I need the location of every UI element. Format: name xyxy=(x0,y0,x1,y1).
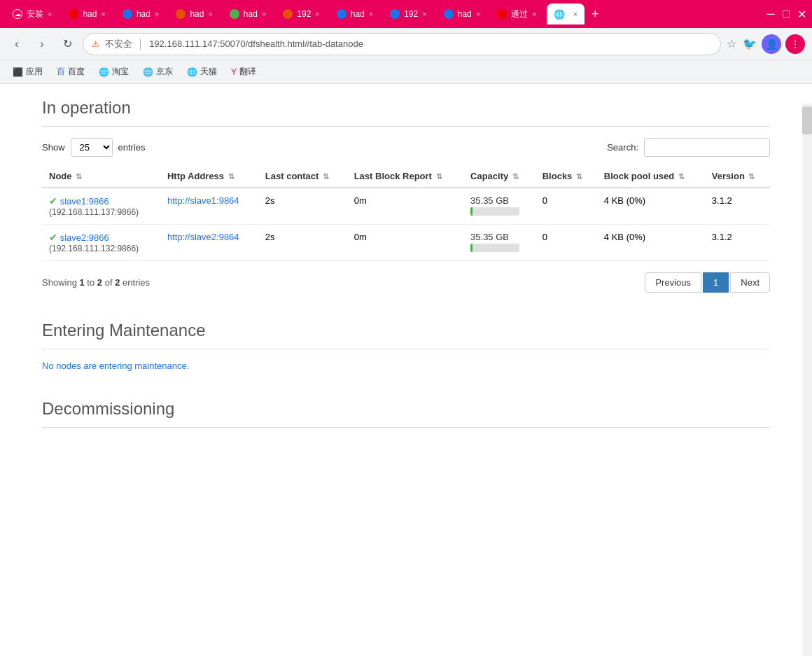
col-block-pool-sort-icon: ⇅ xyxy=(678,172,685,181)
back-button[interactable]: ‹ xyxy=(7,34,27,54)
pagination: Showing 1 to 2 of 2 entries Previous 1 N… xyxy=(42,272,770,293)
tab-5-close[interactable]: × xyxy=(262,10,266,18)
url-bar[interactable]: ⚠ 不安全 │ 192.168.111.147:50070/dfshealth.… xyxy=(83,33,721,55)
tab-10[interactable]: 通过 × xyxy=(490,4,543,25)
bookmark-star-icon[interactable]: ☆ xyxy=(727,37,736,50)
profile-icon[interactable]: 👤 xyxy=(762,34,781,54)
entries-label: entries xyxy=(118,142,146,153)
forward-button[interactable]: › xyxy=(32,34,52,54)
tab-3[interactable]: had × xyxy=(115,4,166,25)
close-button[interactable]: ✕ xyxy=(797,9,806,19)
tab-8-close[interactable]: × xyxy=(422,10,426,18)
bookmark-taobao-label: 淘宝 xyxy=(112,66,129,78)
next-button[interactable]: Next xyxy=(730,272,770,293)
tab-2-close[interactable]: × xyxy=(101,10,105,18)
tab-7[interactable]: had × xyxy=(330,4,380,25)
tab-active[interactable]: 🌐 × xyxy=(547,4,584,25)
bookmark-taobao[interactable]: 🌐 淘宝 xyxy=(93,63,134,81)
col-last-block[interactable]: Last Block Report ⇅ xyxy=(347,165,463,188)
tab-5[interactable]: had × xyxy=(223,4,273,25)
tab-8[interactable]: 192 × xyxy=(383,4,433,25)
bookmark-tmall-icon: 🌐 xyxy=(187,67,197,77)
tab-6-close[interactable]: × xyxy=(315,10,319,18)
capacity-bar-fill-1 xyxy=(472,207,473,216)
bookmark-translate[interactable]: Y 翻译 xyxy=(225,63,262,81)
search-label: Search: xyxy=(607,142,638,153)
tab-3-close[interactable]: × xyxy=(155,10,159,18)
decommissioning-section: Decommissioning xyxy=(42,399,770,428)
bookmark-baidu-icon: 百 xyxy=(57,66,65,78)
maintenance-heading: Entering Maintenance xyxy=(42,321,770,349)
tab-8-label: 192 xyxy=(404,9,418,19)
tab-7-close[interactable]: × xyxy=(369,10,373,18)
scrollbar[interactable] xyxy=(802,104,812,574)
tab-6-icon xyxy=(283,9,293,19)
bookmark-apps-icon: ⬛ xyxy=(13,67,23,77)
tab-7-icon xyxy=(337,9,346,19)
maximize-button[interactable]: □ xyxy=(781,9,791,19)
tab-2[interactable]: had × xyxy=(62,4,112,25)
col-capacity[interactable]: Capacity ⇅ xyxy=(463,165,536,188)
window-controls: ─ □ ✕ xyxy=(766,9,806,19)
tab-10-label: 通过 xyxy=(511,8,528,20)
cell-version-2: 3.1.2 xyxy=(705,225,770,261)
node-link-1[interactable]: slave1:9866 xyxy=(60,196,109,207)
cell-http-2: http://slave2:9864 xyxy=(160,225,258,261)
cell-contact-1: 2s xyxy=(258,188,347,225)
bookmark-tmall[interactable]: 🌐 天猫 xyxy=(181,63,223,81)
cell-node-1: ✔ slave1:9866 (192.168.111.137:9866) xyxy=(42,188,160,225)
capacity-bar-bg-2 xyxy=(470,244,519,252)
col-node[interactable]: Node ⇅ xyxy=(42,165,160,188)
bookmark-apps[interactable]: ⬛ 应用 xyxy=(7,63,48,81)
page-1-button[interactable]: 1 xyxy=(703,272,729,293)
tab-9[interactable]: had × xyxy=(437,4,487,25)
col-blocks-sort-icon: ⇅ xyxy=(576,172,582,181)
tab-10-icon xyxy=(497,9,507,19)
tab-6[interactable]: 192 × xyxy=(276,4,326,25)
table-row: ✔ slave2:9866 (192.168.111.132:9866) htt… xyxy=(42,225,770,261)
col-version-label: Version xyxy=(712,171,745,181)
new-tab-button[interactable]: + xyxy=(587,7,603,22)
cell-version-1: 3.1.2 xyxy=(705,188,770,225)
extension-bird-icon[interactable]: 🐦 xyxy=(742,36,757,52)
scrollbar-thumb[interactable] xyxy=(802,106,812,134)
reload-button[interactable]: ↻ xyxy=(57,34,77,54)
capacity-wrap-2: 35.35 GB xyxy=(470,232,528,252)
maintenance-message: No nodes are entering maintenance. xyxy=(42,361,770,371)
pagination-buttons: Previous 1 Next xyxy=(645,272,770,293)
tab-4-close[interactable]: × xyxy=(208,10,212,18)
showing-from: 1 xyxy=(79,277,84,288)
bookmark-translate-label: 翻译 xyxy=(239,66,256,78)
menu-icon[interactable]: ⋮ xyxy=(785,34,805,54)
tab-4[interactable]: had × xyxy=(169,4,219,25)
http-link-1[interactable]: http://slave1:9864 xyxy=(167,195,239,206)
tab-1-close[interactable]: × xyxy=(48,10,52,18)
show-label: Show xyxy=(42,142,65,153)
col-blocks[interactable]: Blocks ⇅ xyxy=(536,165,597,188)
version-value-1: 3.1.2 xyxy=(712,195,732,206)
tab-9-close[interactable]: × xyxy=(476,10,480,18)
tab-active-close[interactable]: × xyxy=(573,10,578,18)
col-http[interactable]: Http Address ⇅ xyxy=(160,165,258,188)
col-last-contact[interactable]: Last contact ⇅ xyxy=(258,165,347,188)
entries-select[interactable]: 25 10 50 100 xyxy=(71,138,113,157)
col-version[interactable]: Version ⇅ xyxy=(705,165,770,188)
url-address: 192.168.111.147:50070/dfshealth.html#tab… xyxy=(149,39,363,49)
decommissioning-heading: Decommissioning xyxy=(42,399,770,428)
http-link-2[interactable]: http://slave2:9864 xyxy=(167,232,239,242)
tab-10-close[interactable]: × xyxy=(532,10,536,18)
tab-1[interactable]: ☁ 安装 × xyxy=(6,4,59,25)
bookmark-baidu[interactable]: 百 百度 xyxy=(51,63,90,81)
cell-blocks-1: 0 xyxy=(536,188,597,225)
col-block-pool[interactable]: Block pool used ⇅ xyxy=(597,165,705,188)
table-row: ✔ slave1:9866 (192.168.111.137:9866) htt… xyxy=(42,188,770,225)
tab-9-icon xyxy=(444,9,454,19)
address-bar: ‹ › ↻ ⚠ 不安全 │ 192.168.111.147:50070/dfsh… xyxy=(0,28,812,60)
bookmark-jd[interactable]: 🌐 京东 xyxy=(137,63,178,81)
cell-block-pool-2: 4 KB (0%) xyxy=(597,225,705,261)
last-contact-2: 2s xyxy=(265,232,275,242)
node-link-2[interactable]: slave2:9866 xyxy=(60,232,109,243)
minimize-button[interactable]: ─ xyxy=(766,9,776,19)
previous-button[interactable]: Previous xyxy=(645,272,701,293)
search-input[interactable] xyxy=(644,138,770,157)
